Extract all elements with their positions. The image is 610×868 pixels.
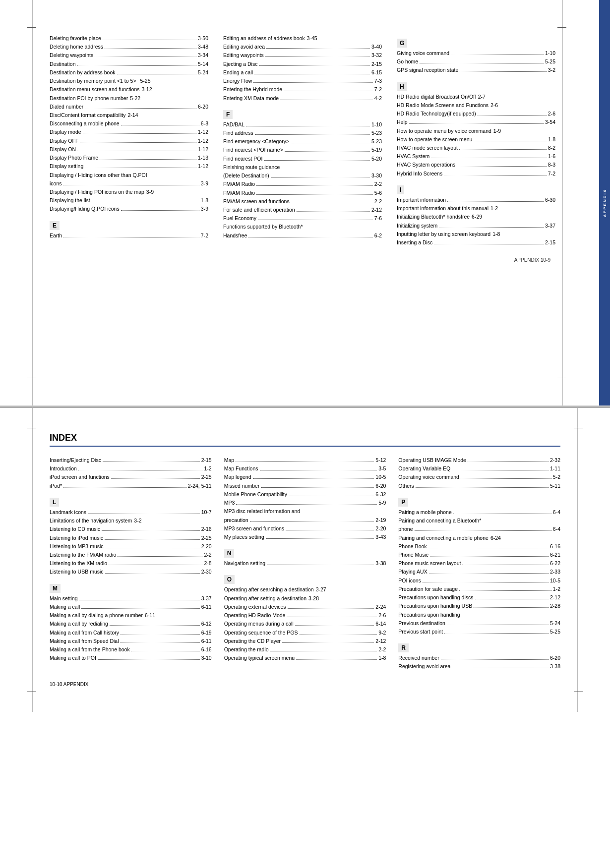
page-number-top: APPENDIX 10-9 (514, 257, 550, 263)
list-item: Making a call 6-11 (50, 603, 212, 611)
list-item: Displaying the list 1-8 (50, 197, 208, 204)
appendix-page-top: APPENDIX Deleting favorite place 3-50 De… (0, 0, 610, 406)
page-footer-bottom: 10-10 APPENDIX (50, 682, 560, 687)
section-n: N (224, 545, 386, 560)
appendix-sidebar-label: APPENDIX (603, 189, 607, 217)
list-item: Navigation setting 3-38 (224, 560, 386, 567)
list-item: Important information about this manual … (397, 205, 555, 212)
list-item: Find address 5-23 (223, 129, 382, 137)
list-item: Operating sequence of the PGS 9-2 (224, 629, 386, 637)
list-item: Pairing a mobile phone 6-4 (398, 509, 560, 516)
list-item: Operating USB IMAGE Mode 2-32 (398, 457, 560, 464)
index-col2: Map 5-12 Map Functions 3-5 Map legend 10… (224, 457, 386, 672)
list-item: Operating menus during a call 6-14 (224, 620, 386, 628)
list-item: Deleting favorite place 3-50 (50, 35, 208, 42)
list-item: Listening to CD music 2-16 (50, 525, 212, 533)
list-item: POI icons 10-5 (398, 577, 560, 584)
list-item: Main setting 3-37 (50, 595, 212, 602)
list-item: Operating after setting a destination 3-… (224, 595, 386, 602)
section-header-i: I (397, 185, 404, 194)
list-item: Giving voice command 1-10 (397, 50, 555, 57)
list-item: Inserting/Ejecting Disc 2-15 (50, 457, 212, 464)
list-item: Previous destination 5-24 (398, 620, 560, 627)
list-item: Operating after searching a destination … (224, 586, 386, 593)
list-item: Entering the Hybrid mode 7-2 (223, 86, 382, 93)
list-item: HD Radio digital Broadcast On/Off 2-7 (397, 93, 555, 101)
list-item: For safe and efficient operation 2-12 (223, 206, 382, 214)
list-item: Listening to iPod music 2-25 (50, 534, 212, 542)
list-item: Pairing and connecting a mobile phone 6-… (398, 534, 560, 542)
list-item: FM/AM screen and functions 2-2 (223, 198, 382, 205)
list-item: (Delete Destination) 3-30 (223, 172, 382, 179)
list-item: precaution 2-19 (224, 517, 386, 524)
section-i: I (397, 181, 555, 196)
appendix-sidebar: APPENDIX (599, 0, 610, 405)
section-header-l: L (50, 498, 59, 507)
list-item: MP3 screen and functions 2-20 (224, 525, 386, 532)
list-item: Operating external devices 2-24 (224, 603, 386, 611)
list-item: HD Radio Mode Screens and Functions 2-6 (397, 102, 555, 109)
section-f: F (223, 106, 382, 121)
list-item: Functions supported by Bluetooth* (223, 223, 382, 231)
section-h: H (397, 78, 555, 93)
list-item: Editing an address of address book 3-45 (223, 35, 382, 42)
list-item: Registering avoid area 3-38 (398, 663, 560, 670)
index-title: INDEX (50, 433, 560, 447)
list-item: HVAC System operations 8-3 (397, 161, 555, 169)
list-item: How to operate menu by voice command 1-9 (397, 127, 555, 135)
list-item: Playing AUX 2-33 (398, 568, 560, 576)
list-item: Precautions upon handling USB 2-28 (398, 602, 560, 610)
list-item: Operating Variable EQ 1-11 (398, 465, 560, 472)
list-item: Map Functions 3-5 (224, 465, 386, 472)
top-col2: Editing an address of address book 3-45 … (223, 35, 382, 247)
section-l: L (50, 494, 212, 509)
list-item: Display setting 1-12 (50, 163, 208, 170)
list-item: Editing avoid area 3-40 (223, 43, 382, 51)
list-item: Making a call from Speed Dial 6-11 (50, 637, 212, 645)
list-item: Find emergency <Category> 5-23 (223, 138, 382, 145)
list-item: Missed number 6-20 (224, 482, 386, 490)
section-m: M (50, 580, 212, 595)
list-item: iPod screen and functions 2-25 (50, 473, 212, 481)
list-item: Inputting letter by using screen keyboar… (397, 231, 555, 238)
list-item: Received number 6-20 (398, 654, 560, 662)
list-item: Precautions upon handling discs 2-12 (398, 594, 560, 601)
list-item: Disc/Content format compatibility 2-14 (50, 112, 208, 119)
list-item: Ejecting a Disc 2-15 (223, 60, 382, 68)
list-item: Destination by memory point <1 to 5> 5-2… (50, 77, 208, 85)
list-item: Destination 5-14 (50, 60, 208, 68)
index-col1: Inserting/Ejecting Disc 2-15 Introductio… (50, 457, 212, 672)
index-columns: Inserting/Ejecting Disc 2-15 Introductio… (50, 457, 560, 672)
list-item: Display OFF 1-12 (50, 137, 208, 145)
list-item: HVAC System 1-6 (397, 153, 555, 160)
list-item: FM/AM Radio 2-2 (223, 180, 382, 188)
list-item: Display Photo Frame 1-13 (50, 154, 208, 162)
list-item: Displaying / Hiding icons other than Q.P… (50, 172, 208, 179)
list-item: Find nearest POI 5-20 (223, 155, 382, 163)
list-item: Find nearest <POI name> 5-19 (223, 146, 382, 154)
section-header-f: F (223, 110, 233, 119)
top-col3: G Giving voice command 1-10 Go home 5-25… (397, 35, 555, 247)
list-item: Inserting a Disc 2-15 (397, 239, 555, 246)
list-item: Operating the radio 2-2 (224, 646, 386, 653)
list-item: Display ON 1-12 (50, 146, 208, 153)
list-item: Operating voice command 5-2 (398, 473, 560, 481)
section-header-o: O (224, 575, 235, 584)
list-item: Deleting waypoints 3-34 (50, 52, 208, 59)
list-item: Listening to MP3 music 2-20 (50, 543, 212, 550)
section-header-g: G (397, 39, 407, 48)
list-item: MP3 disc related information and (224, 508, 386, 515)
page: APPENDIX Deleting favorite place 3-50 De… (0, 0, 610, 868)
list-item: Finishing route guidance (223, 164, 382, 171)
list-item: Map legend 10-5 (224, 473, 386, 481)
section-header-h: H (397, 82, 407, 91)
list-item: My places setting 3-43 (224, 533, 386, 541)
list-item: Go home 5-25 (397, 58, 555, 65)
list-item: Limitations of the navigation system 3-2 (50, 517, 212, 524)
list-item: Making a call by redialing 6-12 (50, 620, 212, 628)
list-item: Initializing system 3-37 (397, 222, 555, 230)
list-item: Phone Music 6-21 (398, 551, 560, 559)
list-item: Pairing and connecting a Bluetooth* (398, 517, 560, 524)
section-o: O (224, 571, 386, 586)
list-item: Handsfree 6-2 (223, 232, 382, 239)
